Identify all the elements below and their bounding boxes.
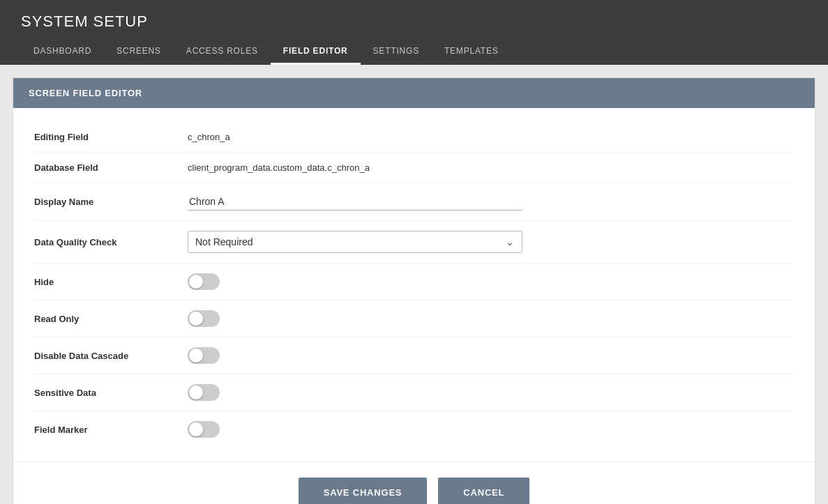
read-only-label: Read Only bbox=[34, 314, 188, 324]
disable-data-cascade-toggle-thumb bbox=[189, 349, 203, 362]
disable-data-cascade-row: Disable Data Cascade bbox=[34, 337, 794, 374]
tab-screens[interactable]: SCREENS bbox=[104, 40, 174, 65]
top-header: SYSTEM SETUP DASHBOARD SCREENS ACCESS RO… bbox=[0, 0, 828, 65]
cancel-button[interactable]: CANCEL bbox=[438, 478, 529, 504]
editing-field-row: Editing Field c_chron_a bbox=[34, 122, 794, 153]
actions-area: SAVE CHANGES CANCEL bbox=[13, 461, 815, 504]
database-field-label: Database Field bbox=[34, 162, 188, 173]
section-header: SCREEN FIELD EDITOR bbox=[13, 78, 815, 108]
section-panel: SCREEN FIELD EDITOR Editing Field c_chro… bbox=[13, 77, 815, 504]
hide-toggle[interactable] bbox=[188, 273, 220, 290]
editing-field-value: c_chron_a bbox=[188, 132, 230, 142]
section-title: SCREEN FIELD EDITOR bbox=[29, 88, 142, 98]
data-quality-check-row: Data Quality Check Not Required Required… bbox=[34, 221, 794, 264]
database-field-value: client_program_data.custom_data.c_chron_… bbox=[188, 162, 370, 173]
display-name-label: Display Name bbox=[34, 197, 188, 207]
sensitive-data-toggle-thumb bbox=[189, 385, 203, 399]
display-name-input[interactable] bbox=[188, 193, 522, 211]
form-area: Editing Field c_chron_a Database Field c… bbox=[13, 108, 815, 461]
disable-data-cascade-toggle[interactable] bbox=[188, 347, 220, 364]
field-marker-toggle-thumb bbox=[189, 422, 203, 436]
tab-templates[interactable]: TEMPLATES bbox=[432, 40, 511, 65]
hide-row: Hide bbox=[34, 264, 794, 300]
main-content: SCREEN FIELD EDITOR Editing Field c_chro… bbox=[0, 65, 828, 504]
field-marker-label: Field Marker bbox=[34, 425, 188, 435]
tab-access-roles[interactable]: ACCESS ROLES bbox=[174, 40, 271, 65]
database-field-row: Database Field client_program_data.custo… bbox=[34, 153, 794, 183]
data-quality-check-wrapper: Not Required Required Warning ⌄ bbox=[188, 231, 522, 253]
tab-dashboard[interactable]: DASHBOARD bbox=[21, 40, 104, 65]
sensitive-data-toggle[interactable] bbox=[188, 384, 220, 401]
read-only-row: Read Only bbox=[34, 300, 794, 337]
nav-tabs: DASHBOARD SCREENS ACCESS ROLES FIELD EDI… bbox=[21, 40, 807, 65]
read-only-toggle[interactable] bbox=[188, 310, 220, 327]
save-changes-button[interactable]: SAVE CHANGES bbox=[299, 478, 428, 504]
field-marker-row: Field Marker bbox=[34, 411, 794, 448]
editing-field-label: Editing Field bbox=[34, 132, 188, 142]
field-marker-toggle[interactable] bbox=[188, 421, 220, 438]
sensitive-data-row: Sensitive Data bbox=[34, 374, 794, 411]
data-quality-check-select[interactable]: Not Required Required Warning bbox=[188, 231, 522, 253]
data-quality-check-label: Data Quality Check bbox=[34, 237, 188, 247]
read-only-toggle-thumb bbox=[189, 312, 203, 326]
disable-data-cascade-label: Disable Data Cascade bbox=[34, 351, 188, 361]
app-title: SYSTEM SETUP bbox=[21, 13, 807, 31]
sensitive-data-label: Sensitive Data bbox=[34, 388, 188, 398]
hide-toggle-thumb bbox=[189, 275, 203, 289]
tab-settings[interactable]: SETTINGS bbox=[361, 40, 432, 65]
tab-field-editor[interactable]: FIELD EDITOR bbox=[271, 40, 361, 65]
display-name-row: Display Name bbox=[34, 183, 794, 221]
hide-label: Hide bbox=[34, 277, 188, 287]
